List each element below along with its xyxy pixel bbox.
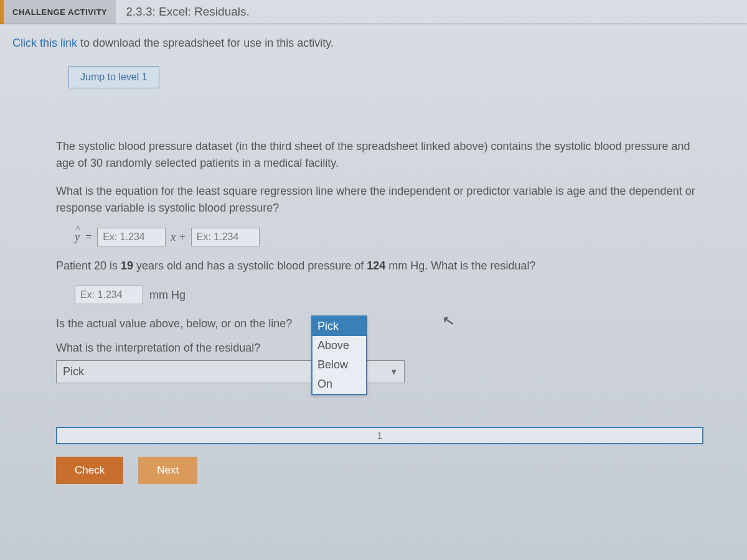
residual-row: mm Hg xyxy=(75,286,703,304)
dropdown-option-above[interactable]: Above xyxy=(312,336,366,355)
jump-to-level-button[interactable]: Jump to level 1 xyxy=(68,66,159,88)
interpretation-selected: Pick xyxy=(63,363,84,380)
activity-content: The systolic blood pressure dataset (in … xyxy=(56,138,703,484)
patient-question: Patient 20 is 19 years old and has a sys… xyxy=(56,258,703,274)
slope-input[interactable] xyxy=(97,228,166,246)
patient-post: mm Hg. What is the residual? xyxy=(385,259,535,272)
dropdown-option-pick[interactable]: Pick xyxy=(312,317,366,336)
patient-pre: Patient 20 is xyxy=(56,259,121,272)
download-text: to download the spreadsheet for use in t… xyxy=(77,37,334,49)
activity-title: 2.3.3: Excel: Residuals. xyxy=(116,0,260,24)
question-regression: What is the equation for the least squar… xyxy=(56,183,703,217)
regression-equation: y = x + xyxy=(75,228,703,246)
download-instruction: Click this link to download the spreadsh… xyxy=(0,24,747,56)
progress-step: 1 xyxy=(377,429,382,443)
check-button[interactable]: Check xyxy=(56,457,123,484)
intro-paragraph: The systolic blood pressure dataset (in … xyxy=(56,138,703,172)
next-button[interactable]: Next xyxy=(138,457,197,484)
dropdown-option-below[interactable]: Below xyxy=(312,355,366,375)
chevron-down-icon: ▼ xyxy=(390,366,398,378)
challenge-badge: CHALLENGE ACTIVITY xyxy=(0,0,116,24)
residual-unit: mm Hg xyxy=(149,287,186,304)
activity-header: CHALLENGE ACTIVITY 2.3.3: Excel: Residua… xyxy=(0,0,747,24)
patient-bp: 124 xyxy=(367,259,385,272)
equals-sign: = xyxy=(85,229,92,246)
interpretation-row: What is the interpretation of the residu… xyxy=(56,340,703,383)
residual-input[interactable] xyxy=(75,286,143,304)
patient-age: 19 xyxy=(121,259,133,272)
intercept-input[interactable] xyxy=(191,228,260,246)
line-position-zone: Is the actual value above, below, or on … xyxy=(56,315,703,383)
dropdown-option-on[interactable]: On xyxy=(312,375,366,394)
y-hat-symbol: y xyxy=(75,229,80,246)
download-link[interactable]: Click this link xyxy=(12,37,77,49)
line-position-dropdown[interactable]: Pick Above Below On xyxy=(311,315,367,395)
button-row: Check Next xyxy=(56,457,703,484)
x-plus: x + xyxy=(171,229,186,246)
patient-mid: years old and has a systolic blood press… xyxy=(133,259,367,272)
interpretation-question: What is the interpretation of the residu… xyxy=(56,340,703,357)
line-position-question: Is the actual value above, below, or on … xyxy=(56,315,292,332)
progress-bar[interactable]: 1 xyxy=(56,427,703,444)
